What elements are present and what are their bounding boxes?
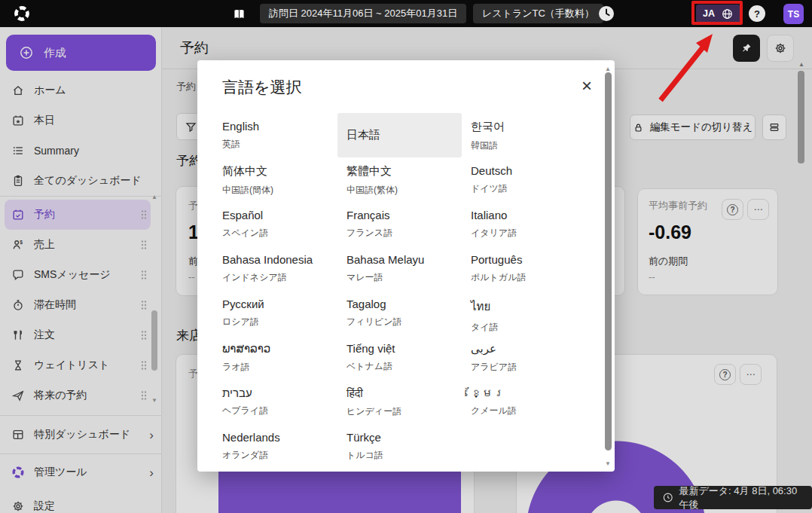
chat-bubble-icon: [11, 268, 25, 282]
drag-handle-icon[interactable]: [140, 390, 148, 401]
modal-scrollbar-thumb[interactable]: [605, 72, 612, 450]
metric-more-button[interactable]: ⋯: [747, 199, 769, 220]
sidebar-item-label: 管理ツール: [34, 466, 87, 479]
language-option-hebrew[interactable]: עברית ヘブライ語: [213, 380, 337, 424]
dashboard-icon: [11, 428, 25, 441]
modal-scroll-up-icon[interactable]: ▲: [605, 66, 611, 72]
question-circle-icon: ?: [727, 204, 738, 215]
brand-logo-icon: [11, 466, 25, 479]
sidebar-item-today[interactable]: 本日: [0, 105, 161, 136]
hourglass-icon: [11, 359, 25, 372]
sidebar-item-orders[interactable]: 注文: [5, 320, 151, 350]
sidebar-scrollbar-thumb[interactable]: [151, 310, 157, 371]
language-option-traditional-chinese[interactable]: 繁體中文 中国語(繁体): [337, 157, 462, 202]
dashboard-settings-button[interactable]: [767, 35, 794, 62]
chart-more-button[interactable]: ⋯: [740, 364, 762, 385]
restaurant-selector-button[interactable]: レストランTC（手数料）: [473, 4, 603, 23]
language-option-khmer[interactable]: ខ្មែរ クメール語: [462, 380, 586, 424]
sidebar-item-all-dashboards[interactable]: 全てのダッシュボード: [0, 166, 161, 196]
drag-handle-icon[interactable]: [140, 240, 148, 250]
create-label: 作成: [44, 46, 66, 60]
edit-mode-label: 編集モードの切り替え: [650, 121, 753, 134]
language-option-vietnamese[interactable]: Tiếng việt ベトナム語: [337, 335, 462, 380]
language-option-spanish[interactable]: Español スペイン語: [213, 202, 337, 246]
language-option-french[interactable]: Français フランス語: [337, 202, 462, 246]
main-scrollbar-thumb[interactable]: [798, 71, 804, 163]
bar-chart-bar: [218, 472, 461, 513]
globe-icon: [721, 8, 734, 20]
latest-data-text: 最新データ: 4月 8日, 06:30午後: [679, 484, 804, 511]
filter-section-label: 予約: [176, 80, 196, 93]
date-range-button[interactable]: 訪問日 2024年11月06日 ~ 2025年01月31日: [260, 4, 466, 23]
sidebar-item-future-reservations[interactable]: 将来の予約: [5, 380, 151, 411]
sidebar-item-settings[interactable]: 設定: [0, 490, 161, 513]
modal-title: 言語を選択: [222, 77, 302, 98]
drag-handle-icon[interactable]: [140, 330, 148, 340]
language-switcher-button[interactable]: JA: [696, 5, 740, 23]
language-option-malay[interactable]: Bahasa Melayu マレー語: [337, 246, 462, 291]
metric-help-button[interactable]: ?: [722, 199, 743, 220]
pin-button[interactable]: [733, 35, 760, 62]
sidebar-item-reservations[interactable]: 予約: [5, 200, 151, 230]
sidebar-item-home[interactable]: ホーム: [0, 75, 161, 105]
sidebar-item-label: SMSメッセージ: [34, 268, 111, 282]
guidebook-icon[interactable]: [232, 7, 246, 21]
language-option-lao[interactable]: ພາສາລາວ ラオ語: [213, 335, 337, 380]
clock-icon[interactable]: [598, 5, 615, 22]
chart-help-button[interactable]: ?: [714, 364, 736, 385]
language-option-korean[interactable]: 한국어 韓国語: [462, 113, 586, 157]
language-option-english[interactable]: English 英語: [213, 113, 337, 157]
language-option-german[interactable]: Deutsch ドイツ語: [462, 157, 586, 202]
layout-toggle-button[interactable]: [762, 115, 786, 140]
drag-handle-icon[interactable]: [140, 209, 148, 220]
plus-circle-icon: [19, 45, 34, 60]
sidebar-item-dwell-time[interactable]: 滞在時間: [5, 290, 151, 320]
question-mark-icon: ?: [754, 8, 760, 20]
language-option-simplified-chinese[interactable]: 简体中文 中国語(簡体): [213, 157, 337, 202]
home-icon: [11, 84, 25, 97]
sidebar-nav-top: ホーム 本日 Summary 全てのダッシュボード: [0, 75, 161, 196]
user-avatar[interactable]: TS: [783, 4, 804, 24]
modal-scroll-down-icon[interactable]: ▼: [605, 461, 611, 467]
language-option-indonesian[interactable]: Bahasa Indonesia インドネシア語: [213, 246, 337, 291]
drag-handle-icon[interactable]: [140, 360, 148, 371]
app-body: 作成 ホーム 本日 Summary 全てのダッシュボード: [0, 27, 812, 513]
edit-mode-toggle-button[interactable]: 編集モードの切り替え: [630, 115, 756, 140]
language-option-turkish[interactable]: Türkçe トルコ語: [337, 424, 462, 469]
language-option-russian[interactable]: Русский ロシア語: [213, 291, 337, 335]
metric-card-value: -0.69: [649, 221, 767, 243]
restaurant-label: レストランTC（手数料）: [482, 7, 594, 20]
sidebar-item-special-dashboards[interactable]: 特別ダッシュボード ›: [0, 416, 161, 453]
sidebar-item-waitlist[interactable]: ウェイトリスト: [5, 350, 151, 380]
sidebar-item-label: 売上: [34, 238, 55, 252]
pin-icon: [740, 42, 752, 54]
sidebar-item-sales[interactable]: $ 売上: [5, 230, 151, 260]
sidebar-item-admin-tools[interactable]: 管理ツール ›: [0, 454, 161, 490]
language-option-portuguese[interactable]: Português ポルトガル語: [462, 246, 586, 291]
language-option-tagalog[interactable]: Tagalog フィリピン語: [337, 291, 462, 335]
help-button[interactable]: ?: [749, 5, 765, 22]
svg-text:$: $: [20, 240, 23, 246]
close-icon[interactable]: ×: [582, 77, 592, 95]
funnel-icon: [185, 121, 197, 133]
sidebar-item-label: 将来の予約: [34, 389, 87, 402]
sidebar-scroll-down-icon[interactable]: ▼: [151, 398, 157, 404]
sidebar-scroll-up-icon[interactable]: ▲: [151, 194, 157, 200]
language-grid: English 英語 日本語 한국어 韓国語 简体中文 中国語(簡体) 繁體中文…: [213, 113, 586, 469]
language-option-japanese-selected[interactable]: 日本語: [337, 113, 462, 157]
main-scroll-up-icon[interactable]: ▲: [798, 62, 804, 68]
drag-handle-icon[interactable]: [140, 300, 148, 310]
create-button[interactable]: 作成: [6, 35, 156, 71]
language-option-thai[interactable]: ไทย タイ語: [462, 291, 586, 335]
language-option-arabic[interactable]: عربى アラビア語: [462, 335, 586, 380]
language-option-italian[interactable]: Italiano イタリア語: [462, 202, 586, 246]
question-circle-icon: ?: [719, 369, 731, 380]
sidebar-item-sms-messages[interactable]: SMSメッセージ: [5, 260, 151, 290]
language-option-hindi[interactable]: हिंदी ヒンディー語: [337, 380, 462, 424]
rows-icon: [768, 121, 780, 133]
brand-logo-icon: [14, 5, 30, 22]
sidebar-item-summary[interactable]: Summary: [0, 136, 161, 166]
drag-handle-icon[interactable]: [140, 270, 148, 280]
language-option-dutch[interactable]: Nederlands オランダ語: [213, 424, 337, 469]
chevron-right-icon: ›: [149, 429, 154, 441]
